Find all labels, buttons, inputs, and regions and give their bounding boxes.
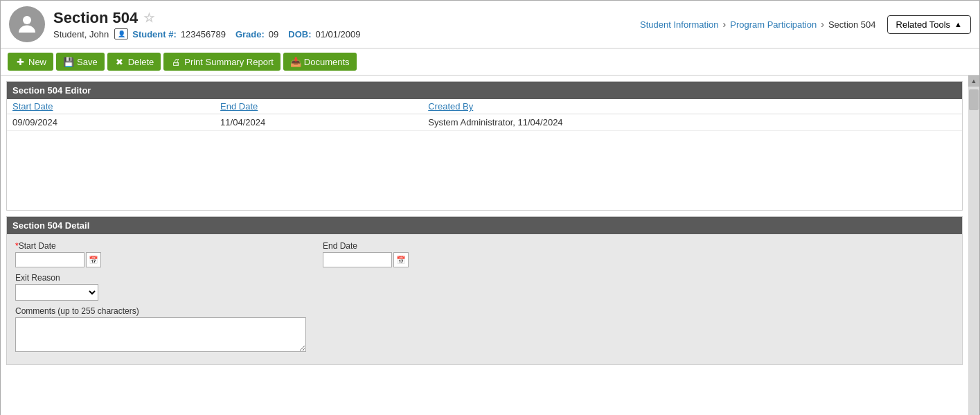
comments-row: Comments (up to 255 characters) (15, 306, 954, 352)
new-button[interactable]: ✚ New (8, 53, 53, 71)
id-card-icon: 👤 (114, 28, 128, 39)
dob-label: DOB: (288, 29, 311, 39)
related-tools-label: Related Tools (896, 19, 951, 30)
print-label: Print Summary Report (184, 57, 274, 67)
end-date-input[interactable] (323, 252, 392, 267)
end-date-input-wrap: 📅 (323, 252, 409, 267)
page-title: Section 504 ☆ (53, 9, 640, 27)
student-number-label: Student #: (132, 29, 177, 39)
section-title: Section 504 (53, 9, 138, 27)
exit-reason-select[interactable] (15, 284, 98, 301)
exit-reason-label-text: Exit Reason (15, 273, 60, 283)
save-icon: 💾 (63, 56, 74, 67)
chevron-up-icon: ▲ (954, 20, 962, 28)
grade-label: Grade: (235, 29, 265, 39)
cell-end_date: 11/04/2024 (215, 114, 422, 131)
comments-label: Comments (up to 255 characters) (15, 306, 306, 316)
comments-label-text: Comments (up to 255 characters) (15, 306, 139, 316)
save-button[interactable]: 💾 Save (56, 53, 105, 71)
page-header: Section 504 ☆ Student, John 👤 Student #:… (1, 1, 979, 48)
end-date-calendar-button[interactable]: 📅 (393, 252, 409, 267)
content-area: Section 504 Editor Start Date End Date C… (1, 76, 968, 415)
col-end-date[interactable]: End Date (215, 99, 422, 114)
student-info: Section 504 ☆ Student, John 👤 Student #:… (53, 9, 640, 39)
documents-button[interactable]: 📥 Documents (283, 53, 357, 71)
detail-panel-header: Section 504 Detail (7, 217, 962, 234)
delete-button[interactable]: ✖ Delete (107, 53, 161, 71)
editor-table-wrap: Start Date End Date Created By 09/09/202… (7, 99, 962, 210)
delete-icon: ✖ (114, 56, 125, 67)
cell-created_by: System Administrator, 11/04/2024 (422, 114, 962, 131)
toolbar: ✚ New 💾 Save ✖ Delete 🖨 Print Summary Re… (1, 48, 979, 76)
comments-textarea[interactable] (15, 317, 306, 352)
breadcrumb-program-participation[interactable]: Program Participation (730, 19, 817, 30)
editor-table-head: Start Date End Date Created By (7, 99, 962, 114)
end-date-group: End Date 📅 (323, 241, 409, 267)
print-button[interactable]: 🖨 Print Summary Report (163, 53, 280, 71)
table-row[interactable]: 09/09/202411/04/2024System Administrator… (7, 114, 962, 131)
breadcrumb-student-information[interactable]: Student Information (640, 19, 718, 30)
breadcrumb: Student Information › Program Participat… (640, 19, 875, 30)
print-icon: 🖨 (170, 56, 181, 67)
save-label: Save (77, 57, 98, 67)
editor-panel-header: Section 504 Editor (7, 82, 962, 99)
start-date-input[interactable] (15, 252, 84, 267)
editor-title: Section 504 Editor (12, 85, 91, 96)
svg-point-0 (23, 16, 31, 24)
documents-label: Documents (304, 57, 350, 67)
end-date-label: End Date (323, 241, 409, 251)
start-date-calendar-button[interactable]: 📅 (86, 252, 101, 267)
documents-icon: 📥 (290, 56, 301, 67)
editor-table: Start Date End Date Created By 09/09/202… (7, 99, 962, 131)
scroll-up-arrow[interactable]: ▲ (968, 76, 979, 87)
detail-title: Section 504 Detail (12, 220, 89, 231)
start-date-label: *Start Date (15, 241, 101, 251)
new-label: New (28, 57, 46, 67)
avatar (9, 6, 45, 42)
exit-reason-group: Exit Reason (15, 273, 98, 301)
plus-icon: ✚ (15, 56, 26, 67)
start-date-label-text: Start Date (19, 241, 56, 251)
col-start-date[interactable]: Start Date (7, 99, 215, 114)
dob-value: 01/01/2009 (315, 29, 360, 39)
editor-table-body: 09/09/202411/04/2024System Administrator… (7, 114, 962, 131)
cell-start_date: 09/09/2024 (7, 114, 215, 131)
student-name: Student, John (53, 29, 109, 39)
scroll-thumb[interactable] (969, 89, 979, 110)
detail-panel: Section 504 Detail *Start Date 📅 (6, 216, 963, 365)
start-date-group: *Start Date 📅 (15, 241, 101, 267)
comments-group: Comments (up to 255 characters) (15, 306, 306, 352)
breadcrumb-current: Section 504 (828, 19, 876, 30)
related-tools-button[interactable]: Related Tools ▲ (887, 15, 971, 34)
start-date-input-wrap: 📅 (15, 252, 101, 267)
breadcrumb-sep-1: › (723, 19, 727, 30)
student-number-value: 123456789 (181, 29, 226, 39)
main-content: Section 504 Editor Start Date End Date C… (1, 76, 979, 415)
student-details: Student, John 👤 Student #: 123456789 Gra… (53, 28, 640, 39)
col-created-by[interactable]: Created By (422, 99, 962, 114)
favorite-star[interactable]: ☆ (143, 10, 154, 26)
end-date-label-text: End Date (323, 241, 357, 251)
breadcrumb-sep-2: › (821, 19, 824, 30)
date-fields-row: *Start Date 📅 End Date 📅 (15, 241, 954, 267)
delete-label: Delete (128, 57, 154, 67)
detail-body: *Start Date 📅 End Date 📅 (7, 234, 962, 364)
exit-reason-row: Exit Reason (15, 273, 954, 301)
editor-panel: Section 504 Editor Start Date End Date C… (6, 81, 963, 211)
exit-reason-label: Exit Reason (15, 273, 98, 283)
grade-value: 09 (269, 29, 278, 39)
scrollbar[interactable]: ▲ (968, 76, 979, 415)
